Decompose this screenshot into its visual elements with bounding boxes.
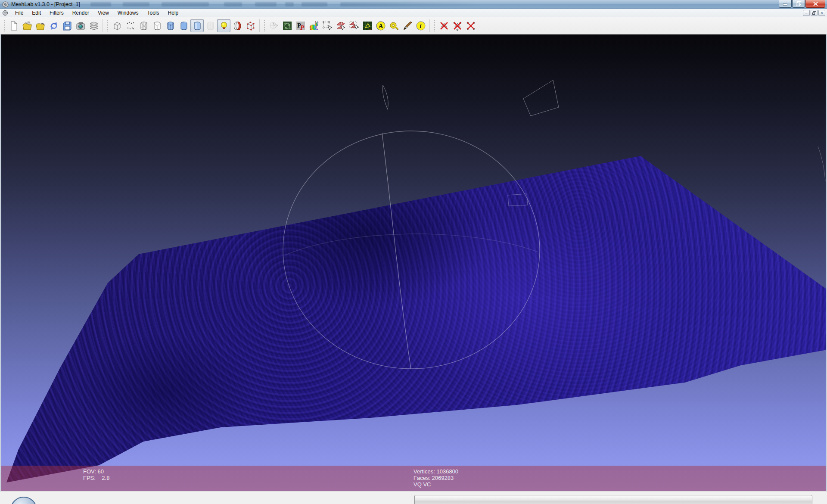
info-button[interactable]: i (414, 19, 427, 32)
hud-vertices: Vertices: 1036800 (414, 469, 458, 474)
trackball-equator-arc (285, 234, 538, 255)
gl-viewport[interactable]: FOV: 60 FPS: 2.8 Vertices: 1036800 Faces… (0, 34, 827, 491)
delete-current-mesh-button[interactable] (437, 19, 451, 32)
menu-help[interactable]: Help (164, 9, 183, 17)
delete-all-meshes-button[interactable] (451, 19, 464, 32)
uv-map-button[interactable] (361, 19, 374, 32)
show-layers-button[interactable] (87, 19, 100, 32)
toolbar-grip[interactable] (3, 20, 5, 31)
render-hidden-lines-button[interactable] (150, 19, 164, 32)
save-mesh-button[interactable] (60, 19, 74, 32)
texture-icon (205, 21, 216, 31)
project-window-icon (2, 10, 8, 16)
hud-fps: FPS: 2.8 (83, 475, 109, 481)
render-texture-button[interactable] (204, 19, 217, 32)
align-tool-button[interactable]: A (374, 19, 387, 32)
menu-view[interactable]: View (93, 9, 113, 17)
open-mesh-button[interactable] (34, 19, 47, 32)
trackball-square-handle (523, 80, 559, 116)
reload-mesh-button[interactable] (47, 19, 60, 32)
open-mesh-icon (35, 21, 46, 31)
menu-filters[interactable]: Filters (45, 9, 68, 17)
trackball-edge-arc (818, 146, 825, 181)
snapshot-button[interactable] (74, 19, 87, 32)
close-icon (813, 2, 818, 6)
trackball-vertical-arc (382, 133, 411, 369)
menu-edit[interactable]: Edit (28, 9, 45, 17)
manipulator-button[interactable] (267, 19, 280, 32)
flat-lines-icon (165, 21, 176, 31)
render-bbox-button[interactable] (110, 19, 124, 32)
render-wireframe-button[interactable] (137, 19, 150, 32)
menu-tools[interactable]: Tools (143, 9, 164, 17)
child-restore-icon (812, 12, 815, 15)
delete-rasters-button[interactable] (464, 19, 477, 32)
toggle-light-button[interactable] (217, 19, 230, 32)
delete-rasters-icon (466, 21, 476, 31)
layers-icon (89, 21, 99, 31)
minimize-icon (783, 2, 787, 6)
backface-icon (232, 21, 243, 31)
quality-mapper-button[interactable] (307, 19, 320, 32)
menu-windows[interactable]: Windows (113, 9, 143, 17)
open-project-button[interactable] (20, 19, 34, 32)
measure-tool-button[interactable] (387, 19, 401, 32)
backface-culling-button[interactable] (230, 19, 244, 32)
toolbar-separator (259, 19, 260, 32)
align-a-icon: A (376, 21, 386, 31)
trackball-sliver (382, 85, 388, 109)
select-vertices-button[interactable] (320, 19, 334, 32)
svg-text:A: A (379, 23, 383, 29)
window-title: MeshLab v1.3.0 - [Project_1] (11, 1, 80, 7)
select-faces-button[interactable] (334, 19, 347, 32)
title-ghost-text (340, 2, 482, 6)
paint-brush-icon (402, 21, 413, 31)
new-document-button[interactable] (7, 19, 20, 32)
trackball-small-quad (508, 194, 528, 206)
manipulator-cursor-icon (269, 21, 279, 31)
child-close-button[interactable]: × (818, 10, 825, 16)
delete-mesh-icon (439, 21, 449, 31)
title-ghost-text (162, 2, 209, 6)
toolbar-grip[interactable] (107, 20, 109, 31)
render-points-button[interactable] (124, 19, 137, 32)
title-ghost-text (90, 2, 111, 6)
progress-bar[interactable] (414, 495, 812, 504)
render-smooth-button[interactable] (190, 19, 204, 32)
trackball-circle (283, 131, 540, 369)
title-bar: MeshLab v1.3.0 - [Project_1] (0, 0, 827, 9)
new-document-icon (9, 21, 19, 31)
render-flat-lines-button[interactable] (164, 19, 177, 32)
restore-button[interactable] (792, 0, 805, 8)
child-restore-button[interactable] (811, 10, 818, 16)
bounding-box-icon (112, 21, 122, 31)
select-faces-rect-button[interactable] (347, 19, 361, 32)
hud-flags: VQ VC (414, 482, 431, 487)
trackball-logo-icon (10, 497, 37, 504)
toolbar-grip[interactable] (434, 20, 435, 31)
restore-icon (796, 1, 801, 6)
title-ghost-text (302, 2, 327, 6)
render-selected-vertices-button[interactable] (244, 19, 257, 32)
meshlab-logo-icon (2, 1, 9, 8)
point-splatting-icon: P P (295, 21, 306, 31)
hud-faces: Faces: 2069283 (414, 475, 454, 481)
child-minimize-button[interactable]: – (803, 10, 810, 16)
paint-tool-button[interactable] (401, 19, 414, 32)
flat-shading-icon (179, 21, 189, 31)
show-trackball-button[interactable] (280, 19, 294, 32)
toolbar-grip[interactable] (264, 20, 265, 31)
menu-file[interactable]: File (11, 9, 28, 17)
hidden-lines-icon (152, 21, 162, 31)
title-ghost-text (123, 2, 149, 6)
smooth-shading-icon (192, 21, 202, 31)
render-flat-button[interactable] (177, 19, 190, 32)
minimize-button[interactable] (779, 0, 792, 8)
info-icon: i (416, 21, 426, 31)
tape-measure-icon (389, 21, 399, 31)
point-splatting-button[interactable]: P P (294, 19, 307, 32)
menu-render[interactable]: Render (68, 9, 93, 17)
select-vertices-icon (322, 21, 333, 31)
close-button[interactable] (805, 0, 825, 8)
menu-bar: File Edit Filters Render View Windows To… (0, 9, 827, 17)
